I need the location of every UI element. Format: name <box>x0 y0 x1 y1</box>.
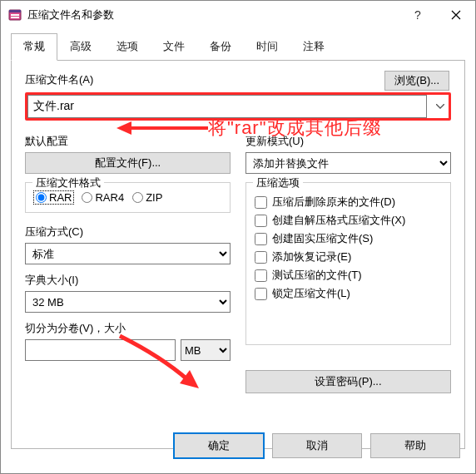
tab-files[interactable]: 文件 <box>151 33 197 61</box>
tab-comment[interactable]: 注释 <box>290 33 337 61</box>
options-group: 压缩选项 压缩后删除原来的文件(D) 创建自解压格式压缩文件(X) 创建固实压缩… <box>245 182 451 345</box>
dialog-footer: 确定 取消 帮助 <box>174 433 460 458</box>
archive-name-wrap: 将"rar"改成其他后缀 <box>25 92 451 121</box>
app-icon <box>7 7 22 22</box>
format-rar4[interactable]: RAR4 <box>82 191 124 204</box>
browse-button[interactable]: 浏览(B)... <box>384 71 449 91</box>
annotation-highlight-box <box>25 92 451 121</box>
volume-label: 切分为分卷(V)，大小 <box>25 321 231 336</box>
volume-size-input[interactable] <box>25 339 176 361</box>
default-profile-label: 默认配置 <box>25 134 231 149</box>
dict-label: 字典大小(I) <box>25 273 231 288</box>
close-button[interactable] <box>437 2 475 27</box>
svg-rect-1 <box>9 10 21 12</box>
tab-general[interactable]: 常规 <box>11 33 57 61</box>
tab-advanced[interactable]: 高级 <box>57 33 104 61</box>
svg-rect-2 <box>11 14 19 16</box>
dict-select[interactable]: 32 MB <box>25 291 231 313</box>
dialog-window: 压缩文件名和参数 ? 常规 高级 选项 文件 备份 时间 注释 浏览(B)...… <box>0 0 476 474</box>
cancel-button[interactable]: 取消 <box>272 433 362 458</box>
opt-lock[interactable]: 锁定压缩文件(L) <box>255 286 442 301</box>
opt-solid[interactable]: 创建固实压缩文件(S) <box>255 231 442 246</box>
format-group: 压缩文件格式 RAR RAR4 ZIP <box>25 182 231 213</box>
tab-options[interactable]: 选项 <box>104 33 151 61</box>
tab-backup[interactable]: 备份 <box>197 33 244 61</box>
tab-bar: 常规 高级 选项 文件 备份 时间 注释 <box>11 32 465 60</box>
help-button-footer[interactable]: 帮助 <box>370 433 460 458</box>
archive-name-input[interactable] <box>27 95 427 118</box>
format-zip[interactable]: ZIP <box>132 191 162 204</box>
method-label: 压缩方式(C) <box>25 225 231 239</box>
volume-unit-select[interactable]: MB <box>181 339 231 361</box>
window-title: 压缩文件名和参数 <box>27 7 399 22</box>
opt-sfx[interactable]: 创建自解压格式压缩文件(X) <box>255 213 442 228</box>
format-rar[interactable]: RAR <box>34 191 73 204</box>
password-button[interactable]: 设置密码(P)... <box>245 370 451 393</box>
options-label: 压缩选项 <box>253 175 303 190</box>
tab-pane-general: 浏览(B)... 压缩文件名(A) 将"rar"改成其他后缀 默认配置 <box>11 60 465 449</box>
ok-button[interactable]: 确定 <box>174 433 264 458</box>
svg-rect-3 <box>11 17 19 18</box>
tab-time[interactable]: 时间 <box>244 33 290 61</box>
update-mode-select[interactable]: 添加并替换文件 <box>245 152 451 174</box>
svg-marker-5 <box>117 121 131 135</box>
profile-button[interactable]: 配置文件(F)... <box>25 152 231 174</box>
opt-delete-after[interactable]: 压缩后删除原来的文件(D) <box>255 195 442 210</box>
update-mode-label: 更新模式(U) <box>245 134 451 149</box>
opt-recovery[interactable]: 添加恢复记录(E) <box>255 249 442 264</box>
titlebar: 压缩文件名和参数 ? <box>1 1 475 29</box>
format-label: 压缩文件格式 <box>32 175 104 190</box>
method-select[interactable]: 标准 <box>25 243 231 264</box>
opt-test[interactable]: 测试压缩的文件(T) <box>255 268 442 283</box>
help-button[interactable]: ? <box>399 2 437 27</box>
